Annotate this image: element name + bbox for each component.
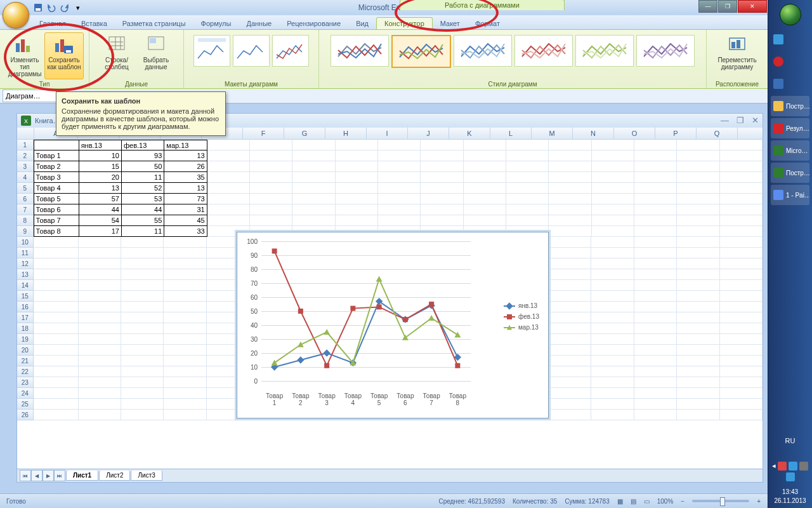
tab-главная[interactable]: Главная [32,18,74,29]
cell-C20[interactable] [121,345,164,356]
cell-O9[interactable] [634,226,677,237]
switch-row-column-button[interactable]: Строка/столбец [97,32,136,72]
cell-P11[interactable] [677,248,719,258]
cell-Q24[interactable] [720,388,763,399]
cell-Q11[interactable] [720,248,763,258]
chart-layout-2[interactable] [233,35,270,67]
change-chart-type-button[interactable]: Изменить тип диаграммы [5,32,44,79]
column-header-P[interactable]: P [655,128,697,139]
cell-N6[interactable] [592,194,634,204]
cell-C18[interactable] [121,323,164,334]
tray-show-hidden-icon[interactable]: ◂ [772,462,776,471]
cell-D23[interactable] [164,377,206,388]
cell-F8[interactable] [250,215,292,226]
cell-M21[interactable] [549,356,591,366]
cell-M22[interactable] [549,366,591,377]
cell-O26[interactable] [634,410,677,420]
column-header-L[interactable]: L [490,128,532,139]
row-header-12[interactable]: 12 [17,258,34,269]
cell-G2[interactable] [292,150,335,161]
cell-P23[interactable] [677,377,719,388]
row-header-10[interactable]: 10 [17,237,34,248]
cell-B9[interactable]: 17 [79,226,122,237]
cell-L8[interactable] [506,215,549,226]
row-header-24[interactable]: 24 [17,388,34,399]
cell-A11[interactable] [34,248,79,258]
cell-I2[interactable] [378,150,421,161]
cell-D17[interactable] [164,312,206,323]
cell-C6[interactable]: 53 [122,194,164,204]
cell-A17[interactable] [34,312,79,323]
chart-legend[interactable]: янв.13фев.13мар.13 [504,298,539,335]
cell-J4[interactable] [421,172,463,183]
cell-I7[interactable] [378,204,421,215]
cell-B18[interactable] [79,323,121,334]
cell-K5[interactable] [464,183,506,194]
taskbar-yandex-icon[interactable] [771,51,809,72]
cell-F5[interactable] [250,183,292,194]
cell-E2[interactable] [207,150,250,161]
taskbar-window-Постр…[interactable]: Постр… [771,163,809,183]
taskbar-window-Постр…[interactable]: Постр… [771,96,809,116]
cell-C23[interactable] [121,377,164,388]
cell-C25[interactable] [121,399,164,410]
cell-L7[interactable] [506,204,549,215]
cell-N20[interactable] [591,345,634,356]
cell-M10[interactable] [549,237,591,248]
save-as-template-button[interactable]: Сохранить как шаблон [44,32,84,79]
cell-D25[interactable] [164,399,206,410]
cell-C9[interactable]: 11 [122,226,164,237]
cell-A24[interactable] [34,388,79,399]
cell-C14[interactable] [121,280,164,291]
title-bar[interactable]: ▾ Microsoft Excel Работа с диаграммами —… [0,0,768,15]
cell-N25[interactable] [591,399,634,410]
move-chart-button[interactable]: Переместить диаграмму [717,32,757,72]
system-tray[interactable]: ◂ [768,459,812,484]
embedded-chart[interactable]: 0102030405060708090100Товар1Товар2Товар3… [237,232,549,418]
cell-O5[interactable] [634,183,677,194]
cell-O1[interactable] [634,140,677,150]
column-header-G[interactable]: G [284,128,325,139]
chart-style-3[interactable] [454,35,512,67]
cell-O22[interactable] [634,366,677,377]
qat-undo-icon[interactable] [45,1,58,14]
cell-A19[interactable] [34,334,79,345]
cell-N3[interactable] [592,161,634,172]
cell-B21[interactable] [79,356,121,366]
cell-D18[interactable] [164,323,206,334]
office-button[interactable] [3,2,29,29]
cell-K3[interactable] [464,161,506,172]
cell-P5[interactable] [677,183,719,194]
cell-P21[interactable] [677,356,719,366]
tab-формат[interactable]: Формат [468,18,508,29]
sheet-tab-Лист2[interactable]: Лист2 [99,471,130,481]
cell-E7[interactable] [207,204,250,215]
cell-C22[interactable] [121,366,164,377]
cell-D13[interactable] [164,269,206,280]
row-header-15[interactable]: 15 [17,291,34,302]
tab-вид[interactable]: Вид [348,18,376,29]
cell-Q17[interactable] [720,312,763,323]
cell-P8[interactable] [677,215,719,226]
cell-Q12[interactable] [720,258,763,269]
cell-D6[interactable]: 73 [164,194,207,204]
cell-N2[interactable] [592,150,634,161]
cell-C12[interactable] [121,258,164,269]
cell-M26[interactable] [549,410,591,420]
cell-M1[interactable] [549,140,591,150]
cell-Q16[interactable] [720,302,763,312]
cell-A9[interactable]: Товар 8 [34,226,79,237]
cell-P15[interactable] [677,291,719,302]
cell-C16[interactable] [121,302,164,312]
cell-N7[interactable] [592,204,634,215]
cell-O11[interactable] [634,248,677,258]
cell-Q6[interactable] [720,194,763,204]
cell-K6[interactable] [464,194,506,204]
cell-E5[interactable] [207,183,250,194]
cell-C1[interactable]: фев.13 [122,140,164,150]
cell-B17[interactable] [79,312,121,323]
cell-B3[interactable]: 15 [79,161,122,172]
column-header-H[interactable]: H [325,128,367,139]
tab-рецензирование[interactable]: Рецензирование [279,18,348,29]
cell-A16[interactable] [34,302,79,312]
